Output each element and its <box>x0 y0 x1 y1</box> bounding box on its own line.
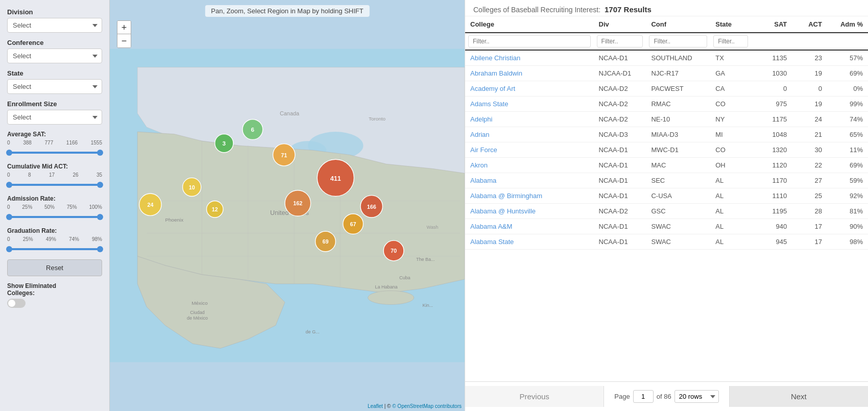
page-label: Page <box>614 393 630 400</box>
colleges-table: College Div Conf State SAT ACT Adm % <box>465 16 868 250</box>
zoom-out-button[interactable]: − <box>117 34 131 47</box>
page-input[interactable] <box>633 390 654 403</box>
table-row: Alabama NCAA-D1 SEC AL 1170 27 59% <box>465 173 868 188</box>
next-button[interactable]: Next <box>729 386 868 407</box>
cell-college[interactable]: Air Force <box>465 142 594 158</box>
conference-section: Conference Select <box>7 39 102 63</box>
state-select[interactable]: Select <box>7 79 102 94</box>
state-label: State <box>7 69 102 77</box>
table-row: Abraham Baldwin NJCAA-D1 NJC-R17 GA 1030… <box>465 66 868 81</box>
cell-college[interactable]: Academy of Art <box>465 81 594 96</box>
cell-adm: 69% <box>827 66 868 81</box>
svg-text:411: 411 <box>330 175 341 182</box>
filter-conf[interactable] <box>649 35 707 47</box>
col-header-act[interactable]: ACT <box>792 16 827 33</box>
enrollment-label: Enrollment Size <box>7 100 102 108</box>
cell-act: 19 <box>792 66 827 81</box>
filter-state[interactable] <box>713 35 748 47</box>
col-header-conf[interactable]: Conf <box>646 16 710 33</box>
cell-state: AL <box>710 219 751 234</box>
cell-college[interactable]: Akron <box>465 158 594 173</box>
show-eliminated-toggle[interactable] <box>7 299 26 308</box>
svg-text:Kin...: Kin... <box>423 303 433 308</box>
division-select[interactable]: Select <box>7 18 102 33</box>
grad-rate-fill <box>9 248 101 250</box>
table-row: Academy of Art NCAA-D2 PACWEST CA 0 0 0% <box>465 81 868 96</box>
cum-act-thumb-right[interactable] <box>97 182 103 188</box>
svg-text:Wash: Wash <box>426 225 438 230</box>
cell-act: 0 <box>792 81 827 96</box>
avg-sat-fill <box>9 152 101 154</box>
cell-college[interactable]: Adams State <box>465 96 594 112</box>
leaflet-link[interactable]: Leaflet <box>368 403 383 409</box>
adm-rate-thumb-left[interactable] <box>6 214 12 220</box>
cell-college[interactable]: Alabama <box>465 173 594 188</box>
adm-rate-track[interactable] <box>7 216 102 218</box>
cell-conf: SWAC <box>646 219 710 234</box>
cell-act: 22 <box>792 158 827 173</box>
cell-conf: MWC-D1 <box>646 142 710 158</box>
cell-college[interactable]: Alabama @ Huntsville <box>465 204 594 219</box>
map-area[interactable]: Pan, Zoom, Select Region in Map by holdi… <box>110 0 465 411</box>
cell-sat: 1175 <box>751 112 792 127</box>
avg-sat-thumb-left[interactable] <box>6 150 12 156</box>
reset-button[interactable]: Reset <box>7 259 102 276</box>
col-header-state[interactable]: State <box>710 16 751 33</box>
cum-act-fill <box>9 184 101 186</box>
cell-state: OH <box>710 158 751 173</box>
cell-div: NCAA-D1 <box>594 173 646 188</box>
cell-sat: 1195 <box>751 204 792 219</box>
cum-act-thumb-left[interactable] <box>6 182 12 188</box>
svg-text:Toronto: Toronto <box>369 116 386 122</box>
cell-college[interactable]: Alabama State <box>465 234 594 250</box>
zoom-in-button[interactable]: + <box>117 21 131 34</box>
results-count: 1707 Results <box>605 5 652 14</box>
col-header-sat[interactable]: SAT <box>751 16 792 33</box>
cell-college[interactable]: Adrian <box>465 127 594 142</box>
col-header-college[interactable]: College <box>465 16 594 33</box>
cell-state: CO <box>710 96 751 112</box>
cell-adm: 99% <box>827 96 868 112</box>
enrollment-select[interactable]: Select <box>7 110 102 125</box>
cell-div: NCAA-D1 <box>594 142 646 158</box>
adm-rate-thumb-right[interactable] <box>97 214 103 220</box>
cell-college[interactable]: Adelphi <box>465 112 594 127</box>
avg-sat-track[interactable] <box>7 152 102 154</box>
table-header-row: College Div Conf State SAT ACT Adm % <box>465 16 868 33</box>
cell-state: AL <box>710 188 751 204</box>
table-row: Air Force NCAA-D1 MWC-D1 CO 1320 30 11% <box>465 142 868 158</box>
cell-sat: 1120 <box>751 158 792 173</box>
grad-rate-track[interactable] <box>7 248 102 250</box>
svg-text:de G...: de G... <box>306 329 320 334</box>
previous-button[interactable]: Previous <box>465 386 604 407</box>
map-hint: Pan, Zoom, Select Region in Map by holdi… <box>205 5 369 17</box>
cum-act-section: Cumulative Mid ACT: 0 8 17 26 35 <box>7 163 102 189</box>
rows-select[interactable]: 20 rows 50 rows 100 rows <box>674 390 719 403</box>
osm-link[interactable]: © OpenStreetMap contributors <box>392 403 462 409</box>
cell-college[interactable]: Abilene Christian <box>465 50 594 66</box>
adm-rate-fill <box>9 216 101 218</box>
col-header-adm[interactable]: Adm % <box>827 16 868 33</box>
sidebar: Division Select Conference Select State … <box>0 0 110 411</box>
conference-label: Conference <box>7 39 102 46</box>
cell-div: NCAA-D2 <box>594 81 646 96</box>
cell-college[interactable]: Alabama A&M <box>465 219 594 234</box>
col-header-div[interactable]: Div <box>594 16 646 33</box>
avg-sat-thumb-right[interactable] <box>97 150 103 156</box>
cell-div: NCAA-D3 <box>594 127 646 142</box>
grad-rate-thumb-left[interactable] <box>6 246 12 252</box>
filter-div[interactable] <box>597 35 643 47</box>
cell-college[interactable]: Alabama @ Birmingham <box>465 188 594 204</box>
cell-adm: 0% <box>827 81 868 96</box>
cell-college[interactable]: Abraham Baldwin <box>465 66 594 81</box>
results-title: Colleges of Baseball Recruiting Interest… <box>473 6 600 14</box>
filter-row <box>465 33 868 50</box>
conference-select[interactable]: Select <box>7 49 102 63</box>
cell-act: 19 <box>792 96 827 112</box>
cell-act: 21 <box>792 127 827 142</box>
grad-rate-thumb-right[interactable] <box>97 246 103 252</box>
filter-college[interactable] <box>468 35 591 47</box>
svg-text:24: 24 <box>147 202 153 208</box>
cell-state: AL <box>710 173 751 188</box>
cum-act-track[interactable] <box>7 184 102 186</box>
